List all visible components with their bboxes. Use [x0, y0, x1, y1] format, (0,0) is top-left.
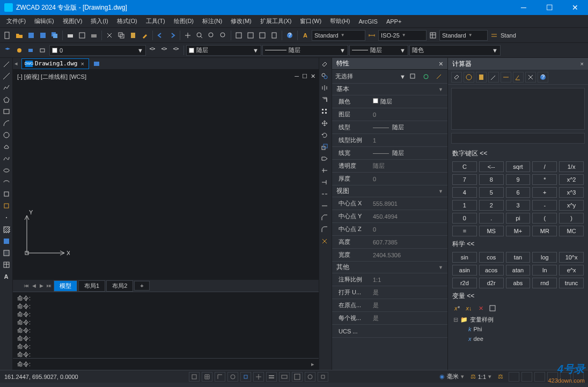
- undo-icon[interactable]: [155, 30, 166, 41]
- grid-toggle[interactable]: [202, 372, 212, 382]
- osnap-toggle[interactable]: [240, 372, 251, 382]
- calc-key[interactable]: *: [532, 174, 557, 185]
- calc-key[interactable]: 8: [479, 174, 504, 185]
- calc-key[interactable]: 9: [506, 174, 531, 185]
- prop-per-viewport[interactable]: 每个视...是: [332, 312, 447, 325]
- prop-height[interactable]: 高度607.7385: [332, 236, 447, 249]
- menu-item[interactable]: 窗口(W): [296, 16, 326, 27]
- calculator-icon[interactable]: [269, 30, 280, 41]
- tool-palette-icon[interactable]: [257, 30, 268, 41]
- layer-freeze-icon[interactable]: [171, 45, 181, 56]
- layer-dropdown[interactable]: 0 ▼: [49, 45, 146, 56]
- calc-key[interactable]: 1/x: [559, 161, 584, 172]
- calc-sci-key[interactable]: log: [532, 252, 557, 263]
- array-icon[interactable]: [319, 106, 330, 117]
- calc-help-icon[interactable]: ?: [538, 72, 548, 83]
- prop-ltscale[interactable]: 线型比例1: [332, 134, 447, 147]
- ellipse-arc-icon[interactable]: [1, 177, 12, 188]
- erase-icon[interactable]: [319, 59, 330, 70]
- view-label[interactable]: [-] [俯视] [二维线框] [WCS]: [17, 73, 86, 81]
- calc-sci-key[interactable]: e^x: [559, 265, 584, 276]
- layer-iso-icon[interactable]: [147, 45, 158, 56]
- lwt-toggle[interactable]: [266, 372, 277, 382]
- insert-block-icon[interactable]: [1, 189, 12, 199]
- calc-intersect-icon[interactable]: [525, 72, 536, 83]
- calc-sci-key[interactable]: rnd: [532, 278, 557, 288]
- color-dropdown[interactable]: 随层 ▼: [186, 45, 261, 56]
- print-preview-icon[interactable]: [77, 30, 87, 41]
- menu-item[interactable]: 标注(N): [198, 16, 226, 27]
- help-icon[interactable]: ?: [284, 30, 295, 41]
- otrack-toggle[interactable]: [253, 372, 264, 382]
- section-view[interactable]: 视图▼: [332, 185, 447, 197]
- snap-toggle[interactable]: [189, 372, 200, 382]
- menu-item[interactable]: 编辑(E): [30, 16, 58, 27]
- polygon-icon[interactable]: [1, 94, 12, 105]
- calc-key[interactable]: =: [452, 226, 477, 236]
- mirror-icon[interactable]: [319, 83, 330, 93]
- annoscale-icon-2[interactable]: ⚖: [498, 373, 503, 380]
- canvas-minimize-icon[interactable]: ─: [295, 73, 299, 80]
- variables-header[interactable]: 变量 <<: [448, 289, 588, 303]
- calc-key[interactable]: M+: [506, 226, 531, 236]
- calc-clear-icon[interactable]: [451, 72, 462, 83]
- calc-key[interactable]: 1: [452, 200, 477, 211]
- text-style-icon[interactable]: A: [300, 30, 311, 41]
- properties-close-icon[interactable]: ×: [439, 59, 443, 68]
- calc-key[interactable]: 7: [452, 174, 477, 185]
- prop-layer[interactable]: 图层0: [332, 108, 447, 121]
- lineweight-dropdown[interactable]: 随层 ▼: [349, 45, 408, 56]
- circle-icon[interactable]: [1, 130, 12, 140]
- calc-key[interactable]: (: [532, 213, 557, 224]
- calc-distance-icon[interactable]: [501, 72, 511, 83]
- prop-ucs-open[interactable]: 打开 U...是: [332, 286, 447, 299]
- stretch-icon[interactable]: [319, 153, 330, 164]
- prop-transparency[interactable]: 透明度随层: [332, 160, 447, 173]
- annoscale-icon[interactable]: ⚖: [471, 373, 476, 380]
- polyline-icon[interactable]: [1, 83, 12, 93]
- quick-select-icon[interactable]: [408, 71, 418, 82]
- calc-key[interactable]: ): [559, 213, 584, 224]
- section-basic[interactable]: 基本▼: [332, 84, 447, 95]
- table-icon[interactable]: [1, 259, 12, 270]
- layout-next-icon[interactable]: ▶: [38, 281, 45, 290]
- status-extra-2[interactable]: [521, 372, 532, 382]
- prop-lineweight[interactable]: 线宽随层: [332, 147, 447, 160]
- command-input[interactable]: [33, 361, 311, 368]
- save-icon[interactable]: [26, 30, 36, 41]
- layout-last-icon[interactable]: ⏭: [45, 281, 53, 290]
- design-center-icon[interactable]: [245, 30, 256, 41]
- calc-sci-key[interactable]: ln: [532, 265, 557, 276]
- calc-key[interactable]: x^3: [559, 187, 584, 198]
- status-extra-3[interactable]: [534, 372, 545, 382]
- prop-center-z[interactable]: 中心点 Z0: [332, 223, 447, 236]
- make-block-icon[interactable]: [1, 200, 12, 211]
- command-menu-icon[interactable]: ▸: [311, 361, 314, 368]
- scale-icon[interactable]: [319, 142, 330, 152]
- close-button[interactable]: ✕: [567, 2, 584, 13]
- break-icon[interactable]: [319, 189, 330, 199]
- gradient-icon[interactable]: [1, 236, 12, 247]
- layer-walk-icon[interactable]: [38, 45, 48, 56]
- ellipse-icon[interactable]: [1, 165, 12, 176]
- point-icon[interactable]: [1, 212, 12, 223]
- units-icon[interactable]: ◉: [439, 373, 445, 380]
- trim-icon[interactable]: [319, 165, 330, 176]
- fillet-icon[interactable]: [319, 224, 330, 235]
- calc-angle-icon[interactable]: [513, 72, 524, 83]
- calc-key[interactable]: 0: [452, 213, 477, 224]
- menu-item[interactable]: 修改(M): [226, 16, 256, 27]
- new-icon[interactable]: [2, 30, 13, 41]
- status-extra-4[interactable]: [547, 372, 558, 382]
- line-icon[interactable]: [1, 59, 12, 70]
- join-icon[interactable]: [319, 200, 330, 211]
- calc-key[interactable]: x^y: [559, 200, 584, 211]
- calc-key[interactable]: 5: [479, 187, 504, 198]
- calc-sci-key[interactable]: d2r: [479, 278, 504, 288]
- calc-key[interactable]: x^2: [559, 174, 584, 185]
- menu-item[interactable]: 插入(I): [86, 16, 112, 27]
- select-objects-icon[interactable]: [421, 71, 431, 82]
- cut-icon[interactable]: [104, 30, 115, 41]
- polar-toggle[interactable]: [227, 372, 238, 382]
- cycle-toggle[interactable]: [305, 372, 315, 382]
